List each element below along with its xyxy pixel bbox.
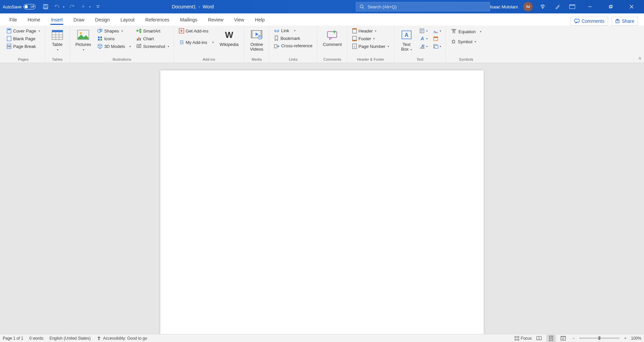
equation-button[interactable]: πEquation▾ — [449, 28, 483, 35]
symbol-button[interactable]: ΩSymbol▾ — [449, 38, 483, 45]
wikipedia-button[interactable]: W Wikipedia — [218, 27, 240, 47]
tab-references[interactable]: References — [140, 14, 175, 25]
redo-icon[interactable] — [68, 3, 76, 11]
tab-draw[interactable]: Draw — [68, 14, 90, 25]
print-layout-button[interactable] — [546, 335, 556, 342]
pictures-icon — [76, 29, 90, 41]
get-addins-button[interactable]: Get Add-ins — [177, 27, 215, 34]
autosave-toggle[interactable]: Off — [23, 4, 36, 9]
3d-models-button[interactable]: 3D Models▾ — [96, 43, 132, 50]
doc-name: Document1 — [172, 4, 196, 9]
wordart-button[interactable]: A▾ — [418, 35, 429, 42]
table-button[interactable]: Table▾ — [48, 27, 66, 52]
focus-icon — [515, 336, 519, 341]
focus-button[interactable]: Focus — [515, 336, 532, 341]
web-layout-button[interactable] — [558, 335, 568, 342]
tab-layout[interactable]: Layout — [115, 14, 140, 25]
blank-page-button[interactable]: Blank Page — [5, 35, 41, 42]
tab-insert[interactable]: Insert — [46, 14, 68, 25]
cross-reference-button[interactable]: Cross-reference — [273, 43, 314, 49]
online-videos-button[interactable]: Online Videos — [248, 27, 266, 52]
document-area[interactable] — [0, 63, 644, 334]
bookmark-button[interactable]: Bookmark — [273, 35, 314, 42]
autosave-control[interactable]: AutoSave Off — [3, 4, 36, 9]
close-button[interactable] — [624, 0, 639, 13]
group-text: A Text Box ▾ ▾ A▾ A▾ ▾ ▾ Text — [394, 26, 446, 63]
save-icon[interactable] — [42, 3, 50, 11]
status-language[interactable]: English (United States) — [49, 336, 91, 341]
svg-text:#: # — [354, 45, 356, 48]
header-button[interactable]: Header▾ — [351, 27, 390, 34]
tab-design[interactable]: Design — [90, 14, 115, 25]
tab-view[interactable]: View — [229, 14, 250, 25]
zoom-in-button[interactable]: + — [622, 335, 628, 342]
tab-file[interactable]: File — [4, 14, 22, 25]
pen-icon[interactable] — [553, 2, 562, 11]
diamond-icon[interactable] — [538, 2, 547, 11]
drop-cap-button[interactable]: A▾ — [418, 43, 429, 50]
group-addins-label: Add-ins — [203, 56, 215, 63]
shapes-button[interactable]: Shapes▾ — [96, 27, 132, 34]
quick-parts-button[interactable]: ▾ — [418, 27, 429, 34]
footer-button[interactable]: Footer▾ — [351, 35, 390, 42]
cover-page-button[interactable]: Cover Page▾ — [5, 27, 41, 34]
zoom-slider[interactable] — [579, 338, 620, 339]
qat-customize-icon[interactable] — [94, 3, 102, 11]
my-addins-button[interactable]: My Add-ins▾ — [177, 39, 215, 46]
svg-rect-23 — [52, 30, 63, 32]
comment-icon — [574, 19, 580, 23]
group-illustrations-label: Illustrations — [112, 56, 131, 63]
tab-mailings[interactable]: Mailings — [175, 14, 203, 25]
icons-button[interactable]: Icons — [96, 35, 132, 42]
group-media-label: Media — [252, 56, 262, 63]
svg-rect-34 — [98, 39, 100, 41]
user-name[interactable]: Isaac Mulolani — [490, 4, 518, 9]
svg-text:W: W — [225, 31, 233, 39]
smartart-button[interactable]: SmartArt — [135, 27, 170, 34]
video-icon — [250, 29, 263, 41]
tab-home[interactable]: Home — [22, 14, 46, 25]
page-break-button[interactable]: Page Break — [5, 43, 41, 50]
undo-icon[interactable] — [53, 3, 61, 11]
text-box-button[interactable]: A Text Box ▾ — [397, 27, 416, 52]
read-mode-button[interactable] — [534, 335, 544, 342]
date-time-button[interactable] — [432, 35, 442, 42]
chart-button[interactable]: Chart — [135, 35, 170, 42]
tab-help[interactable]: Help — [250, 14, 270, 25]
svg-text:A: A — [405, 32, 409, 38]
status-page[interactable]: Page 1 of 1 — [3, 336, 23, 341]
undo-caret-icon[interactable]: ▾ — [63, 5, 64, 8]
svg-point-4 — [360, 5, 363, 8]
group-comments: Comment Comments — [317, 26, 347, 63]
status-accessibility[interactable]: Accessibility: Good to go — [97, 336, 147, 341]
svg-rect-77 — [434, 37, 438, 38]
pictures-button[interactable]: Pictures▾ — [73, 27, 93, 52]
screenshot-button[interactable]: Screenshot▾ — [135, 43, 170, 50]
touch-mode-icon[interactable] — [79, 3, 87, 11]
ribbon-mode-icon[interactable] — [568, 2, 577, 11]
avatar[interactable]: IM — [523, 2, 533, 11]
minimize-button[interactable] — [582, 0, 598, 13]
share-button[interactable]: Share — [611, 17, 638, 25]
ribbon-tabs: File Home Insert Draw Design Layout Refe… — [0, 13, 644, 25]
page-canvas[interactable] — [160, 70, 484, 334]
collapse-ribbon-icon[interactable]: ᐱ — [639, 56, 641, 61]
signature-line-button[interactable]: ▾ — [432, 27, 442, 34]
object-button[interactable]: ▾ — [432, 43, 442, 50]
group-text-label: Text — [417, 56, 423, 63]
tab-review[interactable]: Review — [203, 14, 229, 25]
zoom-level[interactable]: 100% — [631, 336, 641, 341]
comments-button[interactable]: Comments — [571, 17, 608, 25]
search-input[interactable]: Search (Alt+Q) — [356, 2, 490, 11]
search-placeholder: Search (Alt+Q) — [368, 4, 396, 9]
zoom-out-button[interactable]: − — [571, 335, 577, 342]
status-words[interactable]: 0 words — [29, 336, 43, 341]
svg-point-29 — [80, 32, 82, 34]
link-button[interactable]: Link▾ — [273, 27, 314, 34]
comment-button[interactable]: Comment — [321, 27, 343, 47]
touch-caret-icon[interactable]: ▾ — [89, 5, 91, 8]
svg-rect-33 — [100, 37, 102, 38]
svg-rect-40 — [138, 37, 139, 41]
page-number-button[interactable]: #Page Number▾ — [351, 43, 390, 50]
maximize-button[interactable] — [603, 0, 619, 13]
